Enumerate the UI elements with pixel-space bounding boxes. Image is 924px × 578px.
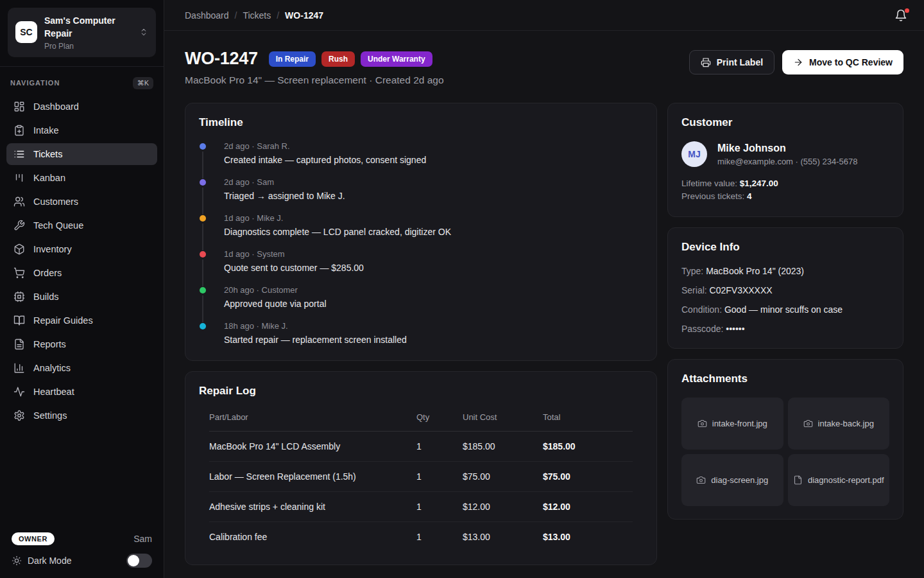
sidebar-item-settings[interactable]: Settings bbox=[6, 405, 157, 426]
timeline-title: Timeline bbox=[199, 116, 643, 129]
ticket-page: WO-1247 In Repair Rush Under Warranty Ma… bbox=[164, 31, 924, 578]
book-open-icon bbox=[13, 315, 25, 326]
table-row: Calibration fee 1 $13.00 $13.00 bbox=[209, 522, 633, 552]
customer-title: Customer bbox=[681, 116, 889, 129]
ticket-subtitle: MacBook Pro 14" — Screen replacement · C… bbox=[185, 74, 444, 86]
repair-log-table: Part/Labor Qty Unit Cost Total MacBook P… bbox=[209, 410, 633, 552]
column-header-unit: Unit Cost bbox=[463, 410, 543, 432]
timeline-event: 1d ago · Mike J. Diagnostics complete — … bbox=[200, 213, 643, 249]
printer-icon bbox=[701, 57, 711, 67]
attachment-diag-screen[interactable]: diag-screen.jpg bbox=[681, 454, 783, 506]
file-icon bbox=[793, 475, 803, 485]
org-switcher[interactable]: SC Sam's Computer Repair Pro Plan bbox=[8, 8, 156, 57]
sun-icon bbox=[12, 556, 22, 566]
topbar: Dashboard / Tickets / WO-1247 bbox=[164, 0, 924, 31]
column-header-total: Total bbox=[543, 410, 633, 432]
status-badge: In Repair bbox=[269, 51, 316, 67]
attachment-diagnostic-report[interactable]: diagnostic-report.pdf bbox=[788, 454, 890, 506]
repair-log-card: Repair Log Part/Labor Qty Unit Cost Tota… bbox=[185, 371, 657, 565]
customer-contact: mike@example.com · (555) 234-5678 bbox=[717, 157, 857, 166]
timeline-dot bbox=[200, 251, 206, 258]
attachment-intake-back[interactable]: intake-back.jpg bbox=[788, 398, 890, 450]
camera-icon bbox=[697, 419, 707, 428]
sidebar-item-customers[interactable]: Customers bbox=[6, 191, 157, 213]
breadcrumb-current: WO-1247 bbox=[285, 10, 323, 21]
sidebar-item-heartbeat[interactable]: Heartbeat bbox=[6, 381, 157, 403]
sidebar-item-orders[interactable]: Orders bbox=[6, 262, 157, 284]
device-type: Type: MacBook Pro 14" (2023) bbox=[681, 266, 889, 276]
sidebar-item-reports[interactable]: Reports bbox=[6, 333, 157, 355]
column-header-qty: Qty bbox=[416, 410, 463, 432]
sidebar-item-tickets[interactable]: Tickets bbox=[6, 143, 157, 165]
timeline-event: 1d ago · System Quote sent to customer —… bbox=[200, 249, 643, 285]
wrench-icon bbox=[13, 220, 25, 231]
command-palette-shortcut[interactable]: ⌘K bbox=[133, 77, 153, 89]
arrow-right-icon bbox=[793, 57, 803, 67]
attachment-intake-front[interactable]: intake-front.jpg bbox=[681, 398, 783, 450]
sidebar-item-analytics[interactable]: Analytics bbox=[6, 357, 157, 379]
sidebar-item-kanban[interactable]: Kanban bbox=[6, 167, 157, 189]
timeline-dot bbox=[200, 323, 206, 329]
table-row: Adhesive strips + cleaning kit 1 $12.00 … bbox=[209, 492, 633, 522]
breadcrumb: Dashboard / Tickets / WO-1247 bbox=[185, 10, 323, 21]
clipboard-plus-icon bbox=[13, 125, 25, 136]
navigation-section-label: NAVIGATION bbox=[10, 79, 60, 87]
activity-icon bbox=[13, 386, 25, 398]
notifications-button[interactable] bbox=[892, 6, 910, 24]
device-passcode: Passcode: •••••• bbox=[681, 324, 889, 334]
customer-card: Customer MJ Mike Johnson mike@example.co… bbox=[667, 103, 903, 217]
main-area: Dashboard / Tickets / WO-1247 WO-1247 In… bbox=[164, 0, 924, 578]
timeline-dot bbox=[200, 179, 206, 186]
device-condition: Condition: Good — minor scuffs on case bbox=[681, 304, 889, 315]
notification-dot bbox=[905, 8, 909, 13]
avatar: MJ bbox=[681, 141, 707, 167]
table-row: MacBook Pro 14" LCD Assembly 1 $185.00 $… bbox=[209, 432, 633, 462]
device-info-card: Device Info Type: MacBook Pro 14" (2023)… bbox=[667, 227, 903, 349]
sidebar-item-tech-queue[interactable]: Tech Queue bbox=[6, 215, 157, 236]
org-plan: Pro Plan bbox=[44, 42, 132, 51]
attachments-title: Attachments bbox=[681, 372, 889, 385]
move-to-qc-button[interactable]: Move to QC Review bbox=[782, 50, 903, 74]
camera-icon bbox=[803, 419, 813, 428]
sidebar-item-intake[interactable]: Intake bbox=[6, 119, 157, 141]
cart-icon bbox=[13, 267, 25, 279]
file-text-icon bbox=[13, 338, 25, 350]
sidebar: SC Sam's Computer Repair Pro Plan NAVIGA… bbox=[0, 0, 164, 578]
timeline-event: 2d ago · Sarah R. Created intake — captu… bbox=[200, 141, 643, 177]
customer-name: Mike Johnson bbox=[717, 143, 857, 154]
customer-previous-tickets: Previous tickets: 4 bbox=[681, 190, 889, 203]
device-info-title: Device Info bbox=[681, 241, 889, 254]
breadcrumb-tickets[interactable]: Tickets bbox=[243, 10, 271, 21]
timeline-event: 20h ago · Customer Approved quote via po… bbox=[200, 285, 643, 321]
attachments-card: Attachments intake-front.jpg intake-back… bbox=[667, 359, 903, 520]
timeline-dot bbox=[200, 215, 206, 222]
timeline-event: 18h ago · Mike J. Started repair — repla… bbox=[200, 321, 643, 347]
dashboard-grid-icon bbox=[13, 101, 25, 112]
dark-mode-toggle[interactable] bbox=[126, 554, 152, 568]
timeline-card: Timeline 2d ago · Sarah R. Created intak… bbox=[185, 103, 657, 361]
device-serial: Serial: C02FV3XXXXX bbox=[681, 285, 889, 295]
bar-chart-icon bbox=[13, 362, 25, 374]
timeline-dot bbox=[200, 143, 206, 150]
sidebar-nav: Dashboard Intake Tickets Kanban Customer… bbox=[0, 96, 164, 428]
gear-icon bbox=[13, 410, 25, 421]
priority-badge: Rush bbox=[321, 51, 355, 67]
sidebar-item-builds[interactable]: Builds bbox=[6, 286, 157, 308]
print-label-button[interactable]: Print Label bbox=[689, 50, 774, 74]
page-title: WO-1247 bbox=[185, 49, 258, 69]
timeline-dot bbox=[200, 287, 206, 293]
chevrons-up-down-icon bbox=[139, 28, 148, 37]
dark-mode-label: Dark Mode bbox=[28, 556, 121, 566]
warranty-badge: Under Warranty bbox=[361, 51, 432, 67]
org-name: Sam's Computer Repair bbox=[44, 14, 132, 40]
repair-log-title: Repair Log bbox=[199, 385, 643, 398]
sidebar-footer: OWNER Sam Dark Mode bbox=[0, 525, 164, 578]
list-icon bbox=[13, 148, 25, 160]
breadcrumb-dashboard[interactable]: Dashboard bbox=[185, 10, 229, 21]
timeline-event: 2d ago · Sam Triaged → assigned to Mike … bbox=[200, 177, 643, 213]
kanban-icon bbox=[13, 172, 25, 184]
sidebar-item-inventory[interactable]: Inventory bbox=[6, 238, 157, 260]
column-header-part: Part/Labor bbox=[209, 410, 416, 432]
sidebar-item-repair-guides[interactable]: Repair Guides bbox=[6, 310, 157, 331]
sidebar-item-dashboard[interactable]: Dashboard bbox=[6, 96, 157, 118]
